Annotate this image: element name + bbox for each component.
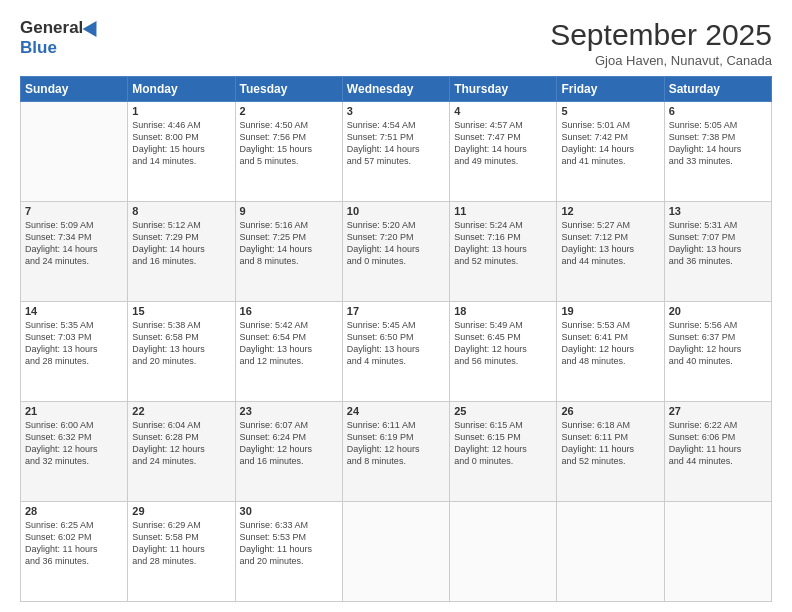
day-number: 30 [240, 505, 338, 517]
day-info: Sunrise: 5:16 AMSunset: 7:25 PMDaylight:… [240, 219, 338, 268]
table-row: 8Sunrise: 5:12 AMSunset: 7:29 PMDaylight… [128, 202, 235, 302]
day-info: Sunrise: 4:57 AMSunset: 7:47 PMDaylight:… [454, 119, 552, 168]
day-info: Sunrise: 6:11 AMSunset: 6:19 PMDaylight:… [347, 419, 445, 468]
table-row: 27Sunrise: 6:22 AMSunset: 6:06 PMDayligh… [664, 402, 771, 502]
day-number: 16 [240, 305, 338, 317]
day-info: Sunrise: 5:01 AMSunset: 7:42 PMDaylight:… [561, 119, 659, 168]
table-row: 9Sunrise: 5:16 AMSunset: 7:25 PMDaylight… [235, 202, 342, 302]
day-number: 2 [240, 105, 338, 117]
day-info: Sunrise: 6:29 AMSunset: 5:58 PMDaylight:… [132, 519, 230, 568]
day-number: 28 [25, 505, 123, 517]
day-info: Sunrise: 6:04 AMSunset: 6:28 PMDaylight:… [132, 419, 230, 468]
table-row: 3Sunrise: 4:54 AMSunset: 7:51 PMDaylight… [342, 102, 449, 202]
table-row [557, 502, 664, 602]
day-info: Sunrise: 6:33 AMSunset: 5:53 PMDaylight:… [240, 519, 338, 568]
table-row: 30Sunrise: 6:33 AMSunset: 5:53 PMDayligh… [235, 502, 342, 602]
page-subtitle: Gjoa Haven, Nunavut, Canada [550, 53, 772, 68]
table-row: 28Sunrise: 6:25 AMSunset: 6:02 PMDayligh… [21, 502, 128, 602]
table-row: 22Sunrise: 6:04 AMSunset: 6:28 PMDayligh… [128, 402, 235, 502]
day-number: 19 [561, 305, 659, 317]
table-row: 26Sunrise: 6:18 AMSunset: 6:11 PMDayligh… [557, 402, 664, 502]
col-wednesday: Wednesday [342, 77, 449, 102]
day-info: Sunrise: 5:09 AMSunset: 7:34 PMDaylight:… [25, 219, 123, 268]
logo-blue-text: Blue [20, 38, 57, 58]
col-monday: Monday [128, 77, 235, 102]
day-number: 20 [669, 305, 767, 317]
day-number: 17 [347, 305, 445, 317]
table-row [450, 502, 557, 602]
table-row: 7Sunrise: 5:09 AMSunset: 7:34 PMDaylight… [21, 202, 128, 302]
day-number: 4 [454, 105, 552, 117]
day-info: Sunrise: 4:50 AMSunset: 7:56 PMDaylight:… [240, 119, 338, 168]
day-info: Sunrise: 6:18 AMSunset: 6:11 PMDaylight:… [561, 419, 659, 468]
table-row [664, 502, 771, 602]
day-number: 18 [454, 305, 552, 317]
day-number: 7 [25, 205, 123, 217]
day-number: 26 [561, 405, 659, 417]
col-sunday: Sunday [21, 77, 128, 102]
day-number: 29 [132, 505, 230, 517]
table-row: 16Sunrise: 5:42 AMSunset: 6:54 PMDayligh… [235, 302, 342, 402]
day-info: Sunrise: 5:38 AMSunset: 6:58 PMDaylight:… [132, 319, 230, 368]
day-info: Sunrise: 5:05 AMSunset: 7:38 PMDaylight:… [669, 119, 767, 168]
table-row: 23Sunrise: 6:07 AMSunset: 6:24 PMDayligh… [235, 402, 342, 502]
day-number: 1 [132, 105, 230, 117]
day-info: Sunrise: 5:42 AMSunset: 6:54 PMDaylight:… [240, 319, 338, 368]
day-number: 27 [669, 405, 767, 417]
day-info: Sunrise: 6:07 AMSunset: 6:24 PMDaylight:… [240, 419, 338, 468]
day-number: 22 [132, 405, 230, 417]
table-row: 2Sunrise: 4:50 AMSunset: 7:56 PMDaylight… [235, 102, 342, 202]
day-number: 21 [25, 405, 123, 417]
col-tuesday: Tuesday [235, 77, 342, 102]
table-row: 20Sunrise: 5:56 AMSunset: 6:37 PMDayligh… [664, 302, 771, 402]
day-number: 11 [454, 205, 552, 217]
day-number: 8 [132, 205, 230, 217]
day-info: Sunrise: 5:35 AMSunset: 7:03 PMDaylight:… [25, 319, 123, 368]
day-info: Sunrise: 5:20 AMSunset: 7:20 PMDaylight:… [347, 219, 445, 268]
day-number: 13 [669, 205, 767, 217]
day-number: 9 [240, 205, 338, 217]
table-row: 12Sunrise: 5:27 AMSunset: 7:12 PMDayligh… [557, 202, 664, 302]
day-info: Sunrise: 4:54 AMSunset: 7:51 PMDaylight:… [347, 119, 445, 168]
table-row: 13Sunrise: 5:31 AMSunset: 7:07 PMDayligh… [664, 202, 771, 302]
table-row: 15Sunrise: 5:38 AMSunset: 6:58 PMDayligh… [128, 302, 235, 402]
table-row: 24Sunrise: 6:11 AMSunset: 6:19 PMDayligh… [342, 402, 449, 502]
day-info: Sunrise: 5:27 AMSunset: 7:12 PMDaylight:… [561, 219, 659, 268]
table-row: 14Sunrise: 5:35 AMSunset: 7:03 PMDayligh… [21, 302, 128, 402]
day-info: Sunrise: 5:49 AMSunset: 6:45 PMDaylight:… [454, 319, 552, 368]
page-title: September 2025 [550, 18, 772, 51]
day-number: 14 [25, 305, 123, 317]
day-number: 24 [347, 405, 445, 417]
day-info: Sunrise: 4:46 AMSunset: 8:00 PMDaylight:… [132, 119, 230, 168]
day-number: 12 [561, 205, 659, 217]
table-row: 11Sunrise: 5:24 AMSunset: 7:16 PMDayligh… [450, 202, 557, 302]
table-row: 21Sunrise: 6:00 AMSunset: 6:32 PMDayligh… [21, 402, 128, 502]
table-row: 5Sunrise: 5:01 AMSunset: 7:42 PMDaylight… [557, 102, 664, 202]
day-info: Sunrise: 5:24 AMSunset: 7:16 PMDaylight:… [454, 219, 552, 268]
day-number: 10 [347, 205, 445, 217]
col-friday: Friday [557, 77, 664, 102]
day-number: 15 [132, 305, 230, 317]
calendar-table: Sunday Monday Tuesday Wednesday Thursday… [20, 76, 772, 602]
day-info: Sunrise: 6:22 AMSunset: 6:06 PMDaylight:… [669, 419, 767, 468]
table-row: 4Sunrise: 4:57 AMSunset: 7:47 PMDaylight… [450, 102, 557, 202]
table-row: 10Sunrise: 5:20 AMSunset: 7:20 PMDayligh… [342, 202, 449, 302]
day-number: 3 [347, 105, 445, 117]
page-header: General Blue September 2025 Gjoa Haven, … [20, 18, 772, 68]
table-row [342, 502, 449, 602]
logo: General Blue [20, 18, 101, 58]
logo-general-text: General [20, 18, 83, 38]
day-number: 5 [561, 105, 659, 117]
day-info: Sunrise: 6:25 AMSunset: 6:02 PMDaylight:… [25, 519, 123, 568]
day-number: 6 [669, 105, 767, 117]
logo-triangle-icon [83, 17, 104, 37]
calendar-header-row: Sunday Monday Tuesday Wednesday Thursday… [21, 77, 772, 102]
table-row: 25Sunrise: 6:15 AMSunset: 6:15 PMDayligh… [450, 402, 557, 502]
table-row: 19Sunrise: 5:53 AMSunset: 6:41 PMDayligh… [557, 302, 664, 402]
table-row: 6Sunrise: 5:05 AMSunset: 7:38 PMDaylight… [664, 102, 771, 202]
col-thursday: Thursday [450, 77, 557, 102]
day-info: Sunrise: 5:31 AMSunset: 7:07 PMDaylight:… [669, 219, 767, 268]
day-number: 23 [240, 405, 338, 417]
table-row: 1Sunrise: 4:46 AMSunset: 8:00 PMDaylight… [128, 102, 235, 202]
day-info: Sunrise: 5:12 AMSunset: 7:29 PMDaylight:… [132, 219, 230, 268]
